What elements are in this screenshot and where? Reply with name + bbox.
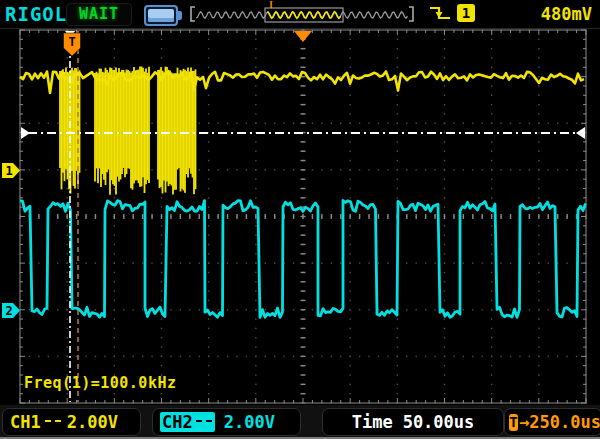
svg-text:2: 2 [5,304,12,318]
bottom-readout-bar: CH1 2.00V CH2 2.00V Time 50.00us T →250.… [0,405,600,437]
time-scale: 50.00us [403,412,475,432]
ch2-coupling-icon [196,420,212,430]
ch1-coupling-icon [45,420,61,430]
time-label: Time [352,412,393,432]
svg-text:1: 1 [5,164,12,178]
ch1-burst-packets [60,67,196,195]
ch1-scale: 2.00V [67,412,118,432]
ch2-scale: 2.00V [224,412,275,432]
ch2-readout: CH2 2.00V [152,408,301,436]
ch2-label: CH2 [162,412,193,432]
trigger-offset-value: →250.0us [519,412,600,432]
ch2-label-block: CH2 [160,412,215,432]
svg-text:T: T [68,35,75,49]
timebase-readout: Time 50.00us [322,408,504,436]
trigger-offset-readout: T →250.0us [504,408,600,436]
trigger-position-marker [294,31,312,42]
ch1-label: CH1 [10,412,41,432]
ch2-ground-marker: 2 [2,303,20,318]
oscilloscope-screen: RIGOL WAIT T 1 480mV T12 Freq(1)=100.0kH… [0,0,600,439]
ch1-readout: CH1 2.00V [2,408,141,436]
trigger-offset-badge: T [509,414,518,431]
frequency-counter: Freq(1)=100.0kHz [24,374,177,392]
ch1-ground-marker: 1 [2,163,20,178]
